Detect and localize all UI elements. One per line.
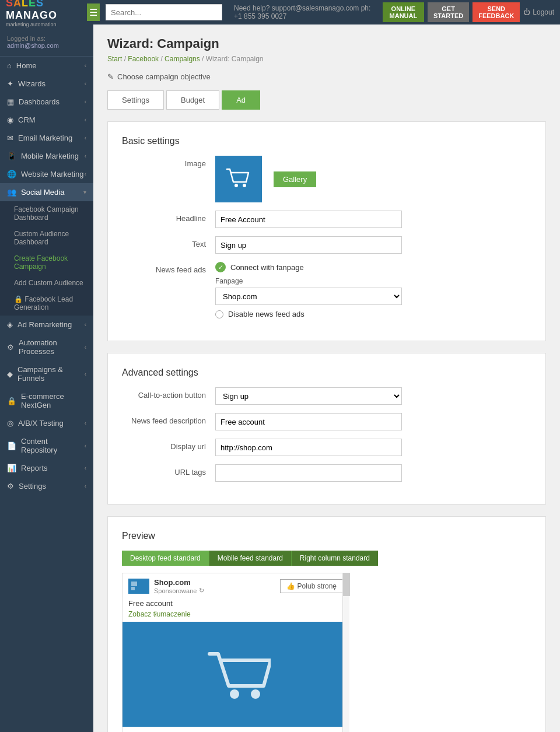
sidebar-item-dashboards[interactable]: ▦Dashboards ‹ (0, 93, 93, 111)
preview-scrollbar[interactable] (342, 573, 349, 732)
preview-frame: Shop.com Sponsorowane ↻ 👍 Polub stronę F… (122, 573, 349, 732)
connect-fanpage-check[interactable]: ✓ (215, 262, 226, 272)
website-marketing-icon: 🌐 (7, 170, 16, 178)
mobile-marketing-icon: 📱 (7, 152, 16, 160)
sidebar-item-reports[interactable]: 📊Reports ‹ (0, 459, 93, 477)
fanpage-section: Fanpage Shop.com (215, 277, 402, 305)
preview-ad-text: Free account (123, 597, 349, 610)
headline-label: Headline (122, 211, 215, 223)
sidebar-item-facebook-dashboard[interactable]: Facebook Campaign Dashboard (0, 201, 93, 226)
url-tags-input[interactable] (215, 464, 402, 482)
breadcrumb-facebook[interactable]: Facebook (128, 55, 159, 63)
help-text: Need help? support@salesmanago.com ph: +… (234, 4, 377, 20)
page-title: Wizard: Campaign (107, 36, 546, 51)
like-page-button[interactable]: 👍 Polub stronę (280, 579, 343, 593)
cta-select[interactable]: Sign up (215, 387, 402, 405)
sidebar-item-email-marketing[interactable]: ✉Email Marketing ‹ (0, 129, 93, 147)
sidebar-social-submenu: Facebook Campaign Dashboard Custom Audie… (0, 201, 93, 316)
preview-scrollbar-thumb[interactable] (343, 573, 350, 596)
image-row: Image Gallery (122, 156, 531, 202)
preview-page-name: Shop.com (154, 578, 204, 587)
sidebar-item-content-repository[interactable]: 📄Content Repository ‹ (0, 432, 93, 459)
see-translation-link[interactable]: Zobacz tłumaczenie (123, 610, 349, 622)
sidebar-item-facebook-lead[interactable]: 🔒 Facebook Lead Generation (0, 291, 93, 316)
preview-sponsored: Sponsorowane ↻ (154, 587, 204, 594)
tab-ad[interactable]: Ad (222, 90, 260, 110)
url-tags-label: URL tags (122, 464, 215, 477)
sidebar-item-campaigns[interactable]: ◆Campaigns & Funnels ‹ (0, 360, 93, 387)
ab-testing-icon: ◎ (7, 419, 13, 428)
social-media-icon: 👥 (7, 188, 16, 197)
tab-budget[interactable]: Budget (166, 90, 219, 110)
disable-news-feed-radio[interactable] (215, 310, 223, 318)
preview-frame-wrapper: Shop.com Sponsorowane ↻ 👍 Polub stronę F… (122, 573, 349, 732)
campaigns-icon: ◆ (7, 370, 13, 379)
sidebar-item-ad-remarketing[interactable]: ◈Ad Remarketing ‹ (0, 316, 93, 334)
home-arrow: ‹ (85, 62, 86, 69)
send-feedback-button[interactable]: SEND FEEDBACK (473, 2, 520, 22)
sidebar-item-custom-audience-dashboard[interactable]: Custom Audience Dashboard (0, 226, 93, 250)
sidebar-item-home[interactable]: ⌂Home ‹ (0, 57, 93, 75)
cta-label: Call-to-action button (122, 387, 215, 400)
advanced-settings-card: Advanced settings Call-to-action button … (107, 353, 546, 505)
home-icon: ⌂ (7, 61, 12, 70)
fanpage-select[interactable]: Shop.com (215, 288, 402, 305)
svg-point-0 (235, 184, 238, 187)
svg-point-1 (243, 184, 246, 187)
objective-icon: ✎ (107, 72, 114, 81)
image-label: Image (122, 156, 215, 168)
search-input[interactable] (106, 4, 222, 20)
sidebar-item-add-custom-audience[interactable]: Add Custom Audience (0, 275, 93, 291)
sidebar-item-mobile-marketing[interactable]: 📱Mobile Marketing ‹ (0, 147, 93, 165)
news-feed-row: News feed ads ✓ Connect with fanpage Fan… (122, 262, 531, 318)
get-started-button[interactable]: GET STARTED (428, 2, 469, 22)
sidebar-item-social-media[interactable]: 👥Social Media ▾ (0, 183, 93, 201)
dashboards-icon: ▦ (7, 97, 14, 106)
preview-tab-mobile[interactable]: Mobile feed standard (209, 551, 292, 566)
sidebar-item-ecommerce[interactable]: 🔒E-commerce NextGen (0, 387, 93, 414)
preview-title: Preview (122, 531, 531, 541)
sidebar-item-settings[interactable]: ⚙Settings ‹ (0, 477, 93, 495)
preview-tab-desktop[interactable]: Desktop feed standard (122, 551, 209, 566)
breadcrumb-start[interactable]: Start (107, 55, 122, 63)
news-desc-row: News feed description (122, 413, 531, 430)
sponsored-icon: ↻ (199, 587, 204, 594)
logout-button[interactable]: ⏻ Logout (523, 8, 554, 16)
breadcrumb: Start / Facebook / Campaigns / Wizard: C… (107, 55, 546, 63)
text-label: Text (122, 236, 215, 248)
image-preview (215, 156, 262, 202)
text-input[interactable] (215, 236, 402, 254)
online-manual-button[interactable]: ONLINE MANUAL (383, 2, 424, 22)
reports-icon: 📊 (7, 464, 16, 472)
help-email[interactable]: support@salesmanago.com (272, 4, 359, 12)
news-desc-input[interactable] (215, 413, 402, 430)
wizards-icon: ✦ (7, 79, 13, 88)
preview-tab-right-column[interactable]: Right column standard (292, 551, 378, 566)
disable-news-feed-label: Disable news feed ads (228, 310, 304, 318)
preview-tab-bar: Desktop feed standard Mobile feed standa… (122, 551, 531, 566)
news-desc-label: News feed description (122, 413, 215, 425)
gallery-button[interactable]: Gallery (274, 171, 316, 187)
preview-ad-image (123, 622, 349, 727)
sidebar-user-info: Logged in as: admin@shop.com (0, 30, 93, 57)
text-row: Text (122, 236, 531, 254)
tab-settings[interactable]: Settings (107, 90, 164, 110)
headline-input[interactable] (215, 211, 402, 228)
sidebar-item-create-facebook[interactable]: Create Facebook Campaign (0, 250, 93, 275)
page-wrapper: Logged in as: admin@shop.com ⌂Home ‹ ✦Wi… (0, 0, 560, 732)
menu-toggle-button[interactable]: ☰ (87, 3, 100, 21)
breadcrumb-campaigns[interactable]: Campaigns (164, 55, 200, 63)
sidebar-username: admin@shop.com (7, 42, 86, 49)
sidebar-item-website-marketing[interactable]: 🌐Website Marketing ‹ (0, 165, 93, 183)
fanpage-label: Fanpage (215, 277, 402, 285)
sidebar-item-ab-testing[interactable]: ◎A/B/X Testing ‹ (0, 414, 93, 432)
sidebar-item-wizards[interactable]: ✦Wizards ‹ (0, 75, 93, 93)
sidebar-item-automation[interactable]: ⚙Automation Processes ‹ (0, 334, 93, 360)
sidebar-item-crm[interactable]: ◉CRM ‹ (0, 111, 93, 129)
basic-settings-title: Basic settings (122, 136, 531, 146)
sidebar: Logged in as: admin@shop.com ⌂Home ‹ ✦Wi… (0, 24, 93, 732)
email-marketing-icon: ✉ (7, 134, 13, 142)
cta-row: Call-to-action button Sign up (122, 387, 531, 405)
display-url-input[interactable] (215, 439, 402, 456)
top-navigation: SALES MANAGO marketing automation ☰ Need… (0, 0, 560, 24)
